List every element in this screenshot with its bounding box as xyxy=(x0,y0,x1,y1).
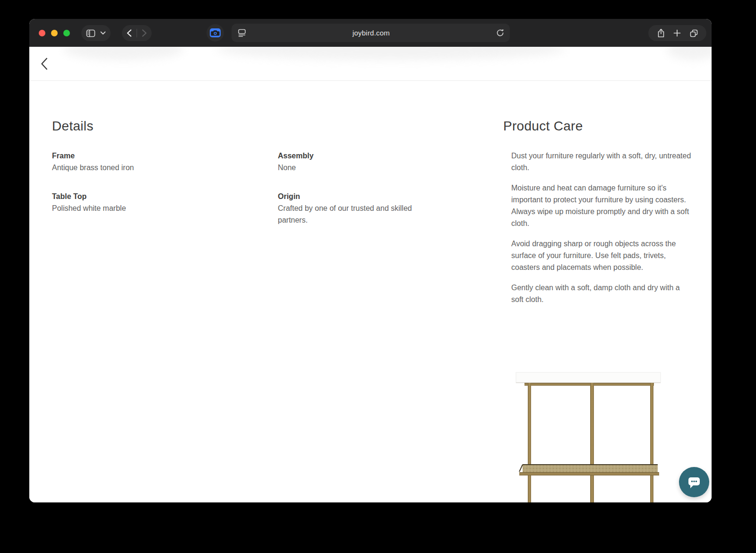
chevron-down-icon[interactable] xyxy=(100,31,106,35)
spec-item-table-top: Table Top Polished white marble xyxy=(52,190,278,226)
url-text[interactable]: joybird.com xyxy=(246,29,496,37)
navigation-controls xyxy=(122,25,152,41)
spec-label: Frame xyxy=(52,150,278,162)
product-care-text: Dust your furniture regularly with a sof… xyxy=(511,150,692,314)
care-paragraph: Avoid dragging sharp or rough objects ac… xyxy=(511,238,692,273)
forward-icon[interactable] xyxy=(142,29,147,37)
page-content: Details Frame Antique brass toned iron A… xyxy=(29,47,712,502)
reload-icon[interactable] xyxy=(496,29,504,37)
spec-item-frame: Frame Antique brass toned iron xyxy=(52,150,278,173)
reader-icon[interactable] xyxy=(238,29,246,37)
details-spec-list: Frame Antique brass toned iron Assembly … xyxy=(52,150,421,226)
back-icon[interactable] xyxy=(127,29,132,37)
zoom-window-button[interactable] xyxy=(63,30,70,36)
camera-extension-button[interactable] xyxy=(206,24,224,42)
spec-value: Crafted by one of our trusted and skille… xyxy=(278,202,421,226)
care-paragraph: Gently clean with a soft, damp cloth and… xyxy=(511,282,692,305)
sidebar-controls xyxy=(81,25,111,41)
details-title: Details xyxy=(52,119,94,134)
spec-label: Table Top xyxy=(52,190,278,202)
spec-label: Origin xyxy=(278,190,421,202)
care-paragraph: Dust your furniture regularly with a sof… xyxy=(511,150,692,173)
product-care-title: Product Care xyxy=(503,119,583,134)
product-image-etagere xyxy=(513,372,664,502)
spec-value: Polished white marble xyxy=(52,202,278,214)
spec-label: Assembly xyxy=(278,150,421,162)
care-paragraph: Moisture and heat can damage furniture s… xyxy=(511,182,692,229)
spec-item-origin: Origin Crafted by one of our trusted and… xyxy=(278,190,421,226)
address-bar[interactable]: joybird.com xyxy=(232,24,510,42)
spec-value: Antique brass toned iron xyxy=(52,162,278,173)
close-window-button[interactable] xyxy=(39,30,45,36)
back-button[interactable] xyxy=(37,56,52,71)
chat-bubble-icon xyxy=(687,476,701,489)
page-header xyxy=(29,47,712,81)
spec-value: None xyxy=(278,162,421,173)
camera-extension-icon xyxy=(210,28,221,37)
browser-toolbar: joybird.com xyxy=(29,19,712,47)
spec-item-assembly: Assembly None xyxy=(278,150,421,173)
chat-button[interactable] xyxy=(679,467,709,497)
minimize-window-button[interactable] xyxy=(51,30,58,36)
new-tab-icon[interactable] xyxy=(673,29,681,37)
tab-overview-icon[interactable] xyxy=(689,29,698,38)
window-actions xyxy=(648,25,706,41)
browser-window: joybird.com xyxy=(29,19,712,502)
nav-divider xyxy=(137,29,137,37)
sidebar-toggle-icon[interactable] xyxy=(86,29,95,37)
chevron-left-icon xyxy=(40,57,49,71)
share-icon[interactable] xyxy=(657,28,665,38)
